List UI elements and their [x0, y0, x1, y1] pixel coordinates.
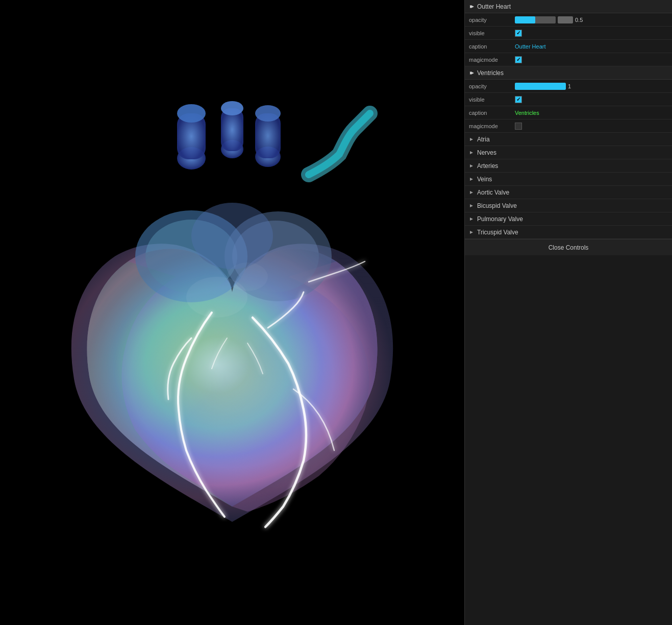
outter-heart-caption-row: caption — [465, 40, 672, 53]
pulmonary-valve-title: Pulmonary Valve — [477, 215, 523, 223]
ventricles-opacity-row: opacity 1 — [465, 80, 672, 93]
svg-marker-23 — [470, 178, 473, 181]
ventricles-caption-control — [515, 110, 668, 116]
svg-point-8 — [255, 105, 281, 122]
svg-point-5 — [221, 101, 243, 115]
arteries-expand-arrow — [469, 163, 474, 169]
close-controls-button[interactable]: Close Controls — [465, 239, 672, 255]
section-arteries[interactable]: Arteries — [465, 159, 672, 173]
atria-title: Atria — [477, 136, 490, 143]
ventricles-magicmode-control — [515, 123, 668, 130]
ventricles-content: opacity 1 visible ✓ caption magicmod — [465, 80, 672, 133]
bicuspid-valve-expand-arrow — [469, 203, 474, 208]
outter-heart-opacity-value: 0.5 — [575, 17, 587, 23]
outter-heart-magicmode-row: magicmode ✓ — [465, 53, 672, 66]
svg-marker-26 — [470, 218, 473, 221]
outter-heart-opacity-slider[interactable] — [515, 16, 556, 23]
svg-marker-22 — [470, 164, 473, 167]
ventricles-opacity-control[interactable]: 1 — [515, 83, 668, 90]
ventricles-expand-arrow — [469, 70, 474, 76]
svg-marker-24 — [470, 191, 473, 194]
ventricles-visible-checkbox[interactable]: ✓ — [515, 96, 522, 103]
svg-marker-20 — [470, 138, 473, 141]
section-outter-heart[interactable]: Outter Heart — [465, 0, 672, 13]
opacity-label-2: opacity — [469, 83, 515, 89]
section-pulmonary-valve[interactable]: Pulmonary Valve — [465, 212, 672, 226]
svg-marker-17 — [471, 5, 474, 8]
svg-marker-25 — [470, 204, 473, 207]
nerves-expand-arrow — [469, 150, 474, 155]
aortic-valve-expand-arrow — [469, 190, 474, 195]
ventricles-visible-control: ✓ — [515, 96, 668, 103]
outter-heart-magicmode-control: ✓ — [515, 56, 668, 63]
arteries-title: Arteries — [477, 162, 498, 170]
section-veins[interactable]: Veins — [465, 173, 672, 186]
svg-marker-19 — [471, 71, 474, 75]
outter-heart-title: Outter Heart — [477, 3, 511, 10]
opacity-label-1: opacity — [469, 17, 515, 23]
heart-viewport — [0, 0, 464, 625]
caption-label-2: caption — [469, 110, 515, 116]
outter-heart-opacity-control[interactable]: 0.5 — [515, 16, 668, 23]
ventricles-caption-input[interactable] — [515, 110, 668, 116]
caption-label-1: caption — [469, 43, 515, 50]
controls-panel: Outter Heart opacity 0.5 visible ✓ — [464, 0, 672, 625]
svg-marker-27 — [470, 231, 473, 234]
atria-expand-arrow — [469, 137, 474, 142]
outter-heart-caption-control — [515, 43, 668, 50]
outter-heart-opacity-fill — [515, 16, 535, 23]
visible-label-2: visible — [469, 97, 515, 103]
magicmode-label-1: magicmode — [469, 57, 515, 63]
ventricles-opacity-slider[interactable] — [515, 83, 566, 90]
ventricles-magicmode-checkbox[interactable] — [515, 123, 522, 130]
tricuspid-valve-expand-arrow — [469, 230, 474, 235]
ventricles-caption-row: caption — [465, 106, 672, 119]
ventricles-opacity-value: 1 — [568, 83, 580, 89]
outter-heart-opacity-row: opacity 0.5 — [465, 13, 672, 27]
ventricles-magicmode-row: magicmode — [465, 119, 672, 133]
nerves-title: Nerves — [477, 149, 496, 156]
section-aortic-valve[interactable]: Aortic Valve — [465, 186, 672, 199]
section-ventricles[interactable]: Ventricles — [465, 66, 672, 80]
section-tricuspid-valve[interactable]: Tricuspid Valve — [465, 226, 672, 239]
svg-point-2 — [177, 104, 206, 123]
outter-heart-caption-input[interactable] — [515, 43, 668, 50]
section-atria[interactable]: Atria — [465, 133, 672, 146]
tricuspid-valve-title: Tricuspid Valve — [477, 229, 518, 236]
outter-heart-expand-arrow — [469, 4, 474, 9]
veins-expand-arrow — [469, 177, 474, 182]
outter-heart-opacity-slider2[interactable] — [558, 16, 573, 23]
outter-heart-content: opacity 0.5 visible ✓ caption — [465, 13, 672, 66]
ventricles-visible-row: visible ✓ — [465, 93, 672, 106]
outter-heart-visible-control: ✓ — [515, 30, 668, 37]
outter-heart-magicmode-checkbox[interactable]: ✓ — [515, 56, 522, 63]
ventricles-title: Ventricles — [477, 69, 504, 77]
top-vessels — [177, 101, 370, 175]
bicuspid-valve-title: Bicuspid Valve — [477, 202, 517, 209]
heart-3d-model — [33, 83, 431, 573]
svg-point-15 — [227, 262, 268, 291]
section-bicuspid-valve[interactable]: Bicuspid Valve — [465, 199, 672, 212]
magicmode-label-2: magicmode — [469, 123, 515, 129]
ventricles-opacity-fill — [515, 83, 566, 90]
visible-label-1: visible — [469, 30, 515, 36]
svg-marker-21 — [470, 151, 473, 154]
pulmonary-valve-expand-arrow — [469, 217, 474, 222]
section-nerves[interactable]: Nerves — [465, 146, 672, 159]
aortic-valve-title: Aortic Valve — [477, 189, 509, 196]
veins-title: Veins — [477, 176, 492, 183]
outter-heart-visible-checkbox[interactable]: ✓ — [515, 30, 522, 37]
outter-heart-visible-row: visible ✓ — [465, 27, 672, 40]
